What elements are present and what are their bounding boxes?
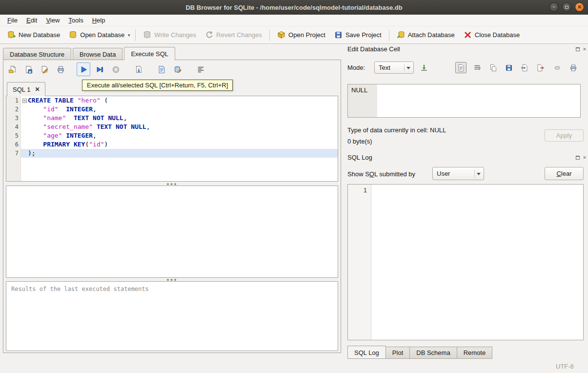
fold-margin — [21, 149, 28, 158]
import-file-button[interactable] — [519, 62, 530, 73]
fold-margin — [21, 140, 28, 149]
open-database-dropdown[interactable]: ▾ — [125, 29, 132, 41]
save-results-button[interactable] — [132, 62, 145, 76]
write-changes-label: Write Changes — [154, 31, 196, 39]
open-database-button[interactable]: Open Database — [64, 29, 125, 41]
text-mode-button[interactable] — [455, 62, 466, 73]
sql-editor[interactable]: 1CREATE TABLE "hero" (2 "id" INTEGER,3 "… — [6, 96, 338, 182]
tab-execute-sql[interactable]: Execute SQL — [124, 47, 175, 60]
print-cell-button[interactable] — [568, 62, 579, 73]
sql-log-gutter: 1 — [348, 185, 371, 340]
save-sql-as-button[interactable] — [38, 62, 51, 76]
cell-size-info: 0 byte(s) — [347, 138, 372, 145]
minimize-button[interactable]: − — [549, 2, 559, 12]
execute-tooltip: Execute all/selected SQL [Ctrl+Return, F… — [82, 80, 233, 91]
float-glyph — [576, 156, 580, 160]
sql-log-line-number: 1 — [364, 186, 367, 194]
export-file-button[interactable] — [534, 62, 546, 73]
editor-line[interactable]: 6 PRIMARY KEY("id") — [6, 140, 338, 149]
apply-button[interactable]: Apply — [545, 129, 584, 142]
editor-line[interactable]: 3 "name" TEXT NOT NULL, — [6, 114, 338, 123]
titlebar[interactable]: DB Browser for SQLite - /home/user/code/… — [0, 0, 588, 15]
window-title: DB Browser for SQLite - /home/user/code/… — [185, 4, 402, 11]
mode-combobox[interactable]: Text — [374, 62, 414, 74]
cell-type-info: Type of data currently in cell: NULL — [347, 126, 446, 134]
execution-log-panel[interactable]: Results of the last executed statements — [6, 281, 338, 351]
close-tab-icon[interactable]: ✕ — [35, 86, 40, 93]
editor-line[interactable]: 1CREATE TABLE "hero" ( — [6, 96, 338, 105]
editor-line[interactable]: 5 "age" INTEGER, — [6, 131, 338, 140]
editor-line[interactable]: 7); — [6, 149, 338, 158]
splitter-dots: ●●● — [166, 279, 177, 281]
sql-log-view[interactable]: 1 — [347, 184, 584, 340]
open-database-icon — [69, 31, 77, 39]
sql-log-filter-combobox[interactable]: User — [432, 167, 484, 180]
word-wrap-button[interactable] — [471, 62, 483, 73]
window-controls: − ✕ — [549, 2, 584, 12]
set-null-button[interactable] — [551, 62, 563, 73]
fold-margin — [21, 123, 28, 131]
save-cell-button[interactable] — [503, 62, 514, 73]
menu-edit[interactable]: Edit — [22, 15, 41, 25]
open-database-label: Open Database — [80, 31, 124, 39]
export-results-button[interactable] — [155, 62, 168, 76]
sql-document-tab[interactable]: SQL 1 ✕ — [7, 82, 45, 96]
dock-tab-remote[interactable]: Remote — [457, 347, 493, 359]
edit-sql-button[interactable] — [171, 62, 184, 76]
results-grid-panel[interactable] — [6, 186, 338, 278]
dock-tab-plot[interactable]: Plot — [386, 347, 410, 359]
clear-log-button-label: Clear — [556, 170, 571, 177]
save-sql-file-button[interactable] — [21, 62, 35, 76]
cell-value-editor[interactable]: NULL — [347, 84, 581, 118]
edit-cell-panel-title: Edit Database Cell — [347, 45, 400, 53]
open-project-button[interactable]: Open Project — [273, 29, 330, 41]
save-project-label: Save Project — [345, 31, 382, 39]
write-changes-button[interactable]: Write Changes — [139, 29, 201, 41]
code-text: PRIMARY KEY("id") — [28, 140, 338, 149]
code-text: "id" INTEGER, — [28, 105, 338, 114]
import-data-button[interactable] — [418, 62, 429, 73]
fold-margin — [21, 114, 28, 123]
revert-changes-button[interactable]: Revert Changes — [201, 29, 266, 41]
results-placeholder-text: Results of the last executed statements — [6, 282, 338, 296]
format-sql-button[interactable] — [194, 62, 207, 76]
editor-line[interactable]: 4 "secret_name" TEXT NOT NULL, — [6, 123, 338, 131]
toolbar-separator — [269, 29, 270, 41]
close-panel-icon[interactable]: ✕ — [582, 46, 588, 52]
fold-margin[interactable] — [21, 96, 28, 105]
fold-collapse-icon[interactable] — [22, 99, 27, 103]
main-tab-bar: Database Structure Browse Data Execute S… — [3, 47, 177, 60]
sql-document-tab-label: SQL 1 — [13, 86, 30, 93]
stop-button[interactable] — [109, 62, 122, 76]
dock-tab-db-schema[interactable]: DB Schema — [410, 347, 457, 359]
apply-button-label: Apply — [556, 132, 572, 139]
print-sql-button[interactable] — [54, 62, 67, 76]
close-button[interactable]: ✕ — [575, 2, 584, 12]
float-panel-icon[interactable] — [575, 46, 581, 52]
editor-line[interactable]: 2 "id" INTEGER, — [6, 105, 338, 114]
tab-database-structure[interactable]: Database Structure — [3, 48, 71, 60]
menu-file[interactable]: File — [3, 15, 22, 25]
sql-log-filter-value: User — [437, 170, 450, 177]
menu-help[interactable]: Help — [88, 15, 110, 25]
attach-database-button[interactable]: Attach Database — [392, 29, 459, 41]
code-text: "name" TEXT NOT NULL, — [28, 114, 338, 123]
clear-log-button[interactable]: Clear — [545, 167, 584, 180]
tab-browse-data[interactable]: Browse Data — [73, 48, 122, 60]
open-sql-file-button[interactable] — [5, 62, 19, 76]
copy-cell-button[interactable] — [487, 62, 499, 73]
dock-tab-sql-log[interactable]: SQL Log — [347, 346, 386, 359]
save-project-button[interactable]: Save Project — [330, 29, 386, 41]
float-panel-icon[interactable] — [575, 155, 581, 161]
menu-view[interactable]: View — [41, 15, 64, 25]
close-database-icon — [464, 31, 472, 39]
maximize-button[interactable] — [562, 2, 571, 12]
close-panel-icon[interactable]: ✕ — [582, 155, 588, 161]
close-database-button[interactable]: Close Database — [459, 29, 525, 41]
menu-tools[interactable]: Tools — [64, 15, 87, 25]
new-database-button[interactable]: New Database — [3, 29, 64, 41]
save-project-icon — [334, 31, 343, 39]
execute-current-line-button[interactable] — [93, 62, 106, 76]
execute-all-button[interactable] — [77, 62, 90, 76]
encoding-indicator[interactable]: UTF-8 — [556, 363, 574, 370]
